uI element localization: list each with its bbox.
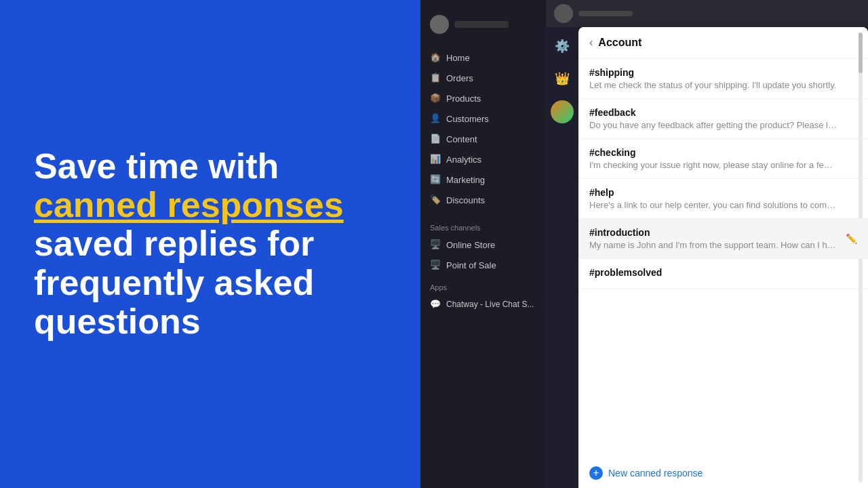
nav-label: Discounts bbox=[446, 195, 485, 205]
app-icon: 💬 bbox=[430, 299, 441, 309]
app-label: Chatway - Live Chat S... bbox=[446, 300, 534, 309]
nav-icon: 🏷️ bbox=[430, 195, 441, 205]
canned-item[interactable]: #checkingI'm checking your issue right n… bbox=[578, 139, 868, 179]
sales-channels-label: Sales channels bbox=[420, 216, 546, 235]
nav-label: Products bbox=[446, 94, 481, 104]
sidebar-item-products[interactable]: 📦Products bbox=[420, 88, 546, 108]
canned-header: ‹ Account bbox=[578, 27, 868, 59]
canned-item-tag: #checking bbox=[589, 147, 857, 158]
nav-icon: 🔄 bbox=[430, 174, 441, 185]
nav-label: Online Store bbox=[446, 240, 495, 250]
canned-item-tag: #help bbox=[589, 187, 857, 198]
add-canned-response-button[interactable]: + New canned response bbox=[578, 458, 868, 488]
sidebar-store-name-bar bbox=[454, 21, 509, 28]
nav-icon: 🏠 bbox=[430, 52, 441, 63]
nav-icon: 📋 bbox=[430, 73, 441, 83]
nav-icon: 📊 bbox=[430, 154, 441, 165]
nav-icon: 📦 bbox=[430, 93, 441, 104]
sales-channel-online-store[interactable]: 🖥️Online Store bbox=[420, 235, 546, 255]
sidebar-nav: 🏠Home📋Orders📦Products👤Customers📄Content📊… bbox=[420, 42, 546, 216]
canned-item[interactable]: #problemsolved bbox=[578, 259, 868, 289]
canned-item-preview: Let me check the status of your shipping… bbox=[589, 80, 837, 90]
canned-item-tag: #problemsolved bbox=[589, 267, 857, 278]
hero-line-2: canned responses bbox=[34, 186, 344, 224]
sales-channels-nav: 🖥️Online Store🖥️Point of Sale bbox=[420, 235, 546, 275]
app-item[interactable]: 💬Chatway - Live Chat S... bbox=[420, 294, 546, 314]
nav-label: Content bbox=[446, 134, 477, 144]
add-circle-icon: + bbox=[589, 466, 603, 480]
apps-nav: 💬Chatway - Live Chat S... bbox=[420, 294, 546, 314]
canned-item-preview: Here's a link to our help center, you ca… bbox=[589, 200, 837, 210]
right-panel: 🏠Home📋Orders📦Products👤Customers📄Content📊… bbox=[420, 0, 868, 488]
sidebar-item-discounts[interactable]: 🏷️Discounts bbox=[420, 190, 546, 210]
chat-top-avatar bbox=[554, 4, 573, 23]
canned-panel: ‹ Account #shippingLet me check the stat… bbox=[578, 27, 868, 488]
chat-top-name bbox=[578, 11, 633, 16]
canned-item-preview: I'm checking your issue right now, pleas… bbox=[589, 160, 837, 170]
canned-panel-wrapper: ‹ Account #shippingLet me check the stat… bbox=[578, 27, 868, 488]
nav-icon: 👤 bbox=[430, 113, 441, 124]
canned-item-tag: #shipping bbox=[589, 67, 857, 78]
canned-item-tag: #feedback bbox=[589, 107, 857, 118]
user-avatar-icon[interactable] bbox=[551, 100, 574, 123]
chat-top-bar bbox=[546, 0, 868, 27]
hero-line-4: frequently asked bbox=[34, 264, 344, 302]
sidebar-item-orders[interactable]: 📋Orders bbox=[420, 68, 546, 88]
crown-icon[interactable]: 👑 bbox=[551, 68, 573, 89]
canned-item[interactable]: #introductionMy name is John and I'm fro… bbox=[578, 219, 868, 259]
chat-sidebar-icons: ⚙️ 👑 bbox=[546, 27, 578, 488]
canned-item-preview: Do you have any feedback after getting t… bbox=[589, 120, 837, 130]
sidebar-item-content[interactable]: 📄Content bbox=[420, 129, 546, 149]
back-button[interactable]: ‹ bbox=[589, 37, 593, 49]
nav-icon: 🖥️ bbox=[430, 239, 441, 250]
settings-icon[interactable]: ⚙️ bbox=[551, 35, 573, 57]
add-canned-label: New canned response bbox=[608, 468, 703, 479]
canned-title: Account bbox=[598, 37, 642, 49]
sidebar-store-avatar bbox=[430, 15, 449, 34]
nav-label: Marketing bbox=[446, 175, 485, 185]
canned-item[interactable]: #helpHere's a link to our help center, y… bbox=[578, 179, 868, 219]
sidebar-item-home[interactable]: 🏠Home bbox=[420, 47, 546, 68]
edit-icon[interactable]: ✏️ bbox=[846, 233, 857, 244]
sidebar-item-analytics[interactable]: 📊Analytics bbox=[420, 149, 546, 169]
hero-line-3: saved replies for bbox=[34, 224, 344, 263]
sidebar-item-marketing[interactable]: 🔄Marketing bbox=[420, 169, 546, 190]
nav-label: Home bbox=[446, 53, 470, 63]
sales-channel-point-of-sale[interactable]: 🖥️Point of Sale bbox=[420, 255, 546, 275]
left-panel: Save time with canned responses saved re… bbox=[0, 0, 420, 488]
sidebar-header bbox=[420, 7, 546, 42]
canned-item[interactable]: #shippingLet me check the status of your… bbox=[578, 59, 868, 99]
canned-item-preview: My name is John and I'm from the support… bbox=[589, 240, 837, 250]
nav-icon: 📄 bbox=[430, 134, 441, 144]
nav-label: Customers bbox=[446, 114, 489, 124]
hero-line-5: questions bbox=[34, 302, 344, 341]
admin-sidebar: 🏠Home📋Orders📦Products👤Customers📄Content📊… bbox=[420, 0, 546, 488]
canned-item-tag: #introduction bbox=[589, 227, 857, 238]
nav-label: Analytics bbox=[446, 155, 481, 165]
hero-line-1: Save time with bbox=[34, 147, 344, 186]
apps-label: Apps bbox=[420, 275, 546, 294]
hero-text: Save time with canned responses saved re… bbox=[34, 147, 344, 341]
nav-label: Point of Sale bbox=[446, 260, 496, 270]
canned-list: #shippingLet me check the status of your… bbox=[578, 59, 868, 458]
nav-label: Orders bbox=[446, 73, 473, 83]
canned-item[interactable]: #feedbackDo you have any feedback after … bbox=[578, 99, 868, 139]
sidebar-item-customers[interactable]: 👤Customers bbox=[420, 108, 546, 129]
nav-icon: 🖥️ bbox=[430, 260, 441, 270]
